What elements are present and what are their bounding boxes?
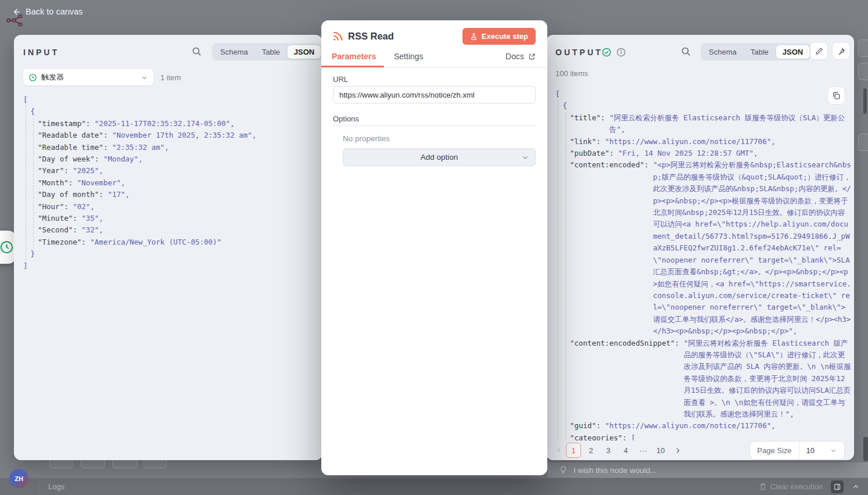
input-source-label: 触发器: [41, 72, 137, 82]
page-button-10[interactable]: 10: [653, 443, 668, 458]
json-row: {: [23, 106, 317, 117]
output-items-count: 100 items: [555, 69, 588, 78]
output-view-tabs: Schema Table JSON: [701, 43, 811, 60]
chevron-up-icon[interactable]: [852, 483, 860, 491]
input-json-view: [{"timestamp": "2025-11-17T02:35:32.174-…: [23, 94, 317, 454]
indent-guide: [33, 118, 34, 249]
json-row: "Readable time": "2:35:32 am",: [23, 142, 317, 153]
page-button-4[interactable]: 4: [618, 443, 633, 458]
node-title: RSS Read: [348, 31, 394, 42]
previous-page-button[interactable]: [555, 447, 562, 454]
modal-header: RSS Read Execute step: [321, 20, 547, 52]
json-row: "Minute": "35",: [23, 213, 317, 224]
json-row: "Readable date": "November 17th 2025, 2:…: [23, 130, 317, 141]
edit-output-button[interactable]: [810, 42, 828, 60]
copy-icon: [832, 91, 841, 100]
divider: [38, 478, 39, 495]
chevron-down-icon: [141, 74, 148, 81]
page-button-···[interactable]: ···: [636, 443, 651, 458]
indent-guide: [565, 112, 566, 440]
flask-icon: [470, 33, 478, 41]
search-icon[interactable]: [681, 46, 691, 56]
feedback-placeholder: I wish this node would...: [573, 466, 657, 475]
chevron-right-icon: [674, 447, 682, 454]
json-row: [: [23, 94, 317, 106]
copy-output-button[interactable]: [827, 87, 845, 105]
json-row: "pubDate": "Fri, 14 Nov 2025 12:28:57 GM…: [555, 148, 852, 159]
canvas-button-outline: [858, 134, 868, 151]
pencil-icon: [815, 47, 823, 55]
chevron-down-icon: [521, 153, 529, 162]
options-section-label: Options: [333, 114, 359, 123]
tab-json[interactable]: JSON: [776, 45, 809, 59]
next-page-button[interactable]: [674, 447, 682, 454]
url-input[interactable]: [333, 86, 536, 103]
canvas-button-outline: [858, 63, 868, 80]
tab-schema[interactable]: Schema: [214, 45, 254, 59]
divider: [321, 67, 547, 68]
page-button-1[interactable]: 1: [566, 443, 581, 458]
input-items-count: 1 item: [160, 73, 181, 82]
clock-icon: [0, 239, 15, 255]
page-size-control: Page Size 10: [749, 441, 845, 460]
json-row: "title": "阿里云检索分析服务 Elasticsearch 版服务等级协…: [555, 112, 852, 136]
logs-label[interactable]: Logs: [48, 482, 64, 491]
json-row: "Day of week": "Monday",: [23, 153, 317, 165]
json-row: "guid": "https://www.aliyun.com/notice/1…: [555, 420, 852, 432]
json-row: {: [555, 100, 852, 112]
back-to-canvas-button[interactable]: Back to canvas: [12, 7, 83, 16]
user-avatar[interactable]: ZH: [9, 469, 28, 488]
pagination: 1234···10 Page Size 10: [555, 440, 845, 460]
divider: [333, 125, 536, 126]
feedback-bar[interactable]: I wish this node would...: [547, 462, 868, 478]
canvas-scrollbar-thumb[interactable]: [863, 437, 868, 461]
tab-table[interactable]: Table: [256, 45, 286, 59]
page-button-2[interactable]: 2: [583, 443, 598, 458]
tab-table[interactable]: Table: [744, 45, 775, 59]
docs-link[interactable]: Docs: [505, 52, 536, 61]
panel-toggle-icon[interactable]: [831, 480, 844, 493]
clear-execution-button[interactable]: Clear execution: [759, 482, 823, 491]
url-field-label: URL: [333, 75, 348, 84]
json-row: "link": "https://www.aliyun.com/notice/1…: [555, 136, 852, 148]
json-row: }: [23, 248, 317, 260]
output-panel: OUTPUT Schema Table JSON 100 items [{"ti…: [546, 35, 854, 460]
json-row: "categories": [: [555, 432, 852, 440]
page-button-3[interactable]: 3: [601, 443, 616, 458]
search-icon[interactable]: [192, 46, 202, 56]
info-icon[interactable]: [616, 48, 626, 57]
indent-guide: [26, 106, 26, 260]
json-row: "content:encoded": "<p>阿里云将对检索分析服务&nbsp;…: [555, 159, 852, 337]
input-view-tabs: Schema Table JSON: [212, 43, 322, 60]
tab-json[interactable]: JSON: [288, 45, 321, 59]
back-arrow-icon: [12, 8, 20, 16]
pin-icon: [837, 47, 845, 55]
modal-tabs: Parameters Settings Docs: [321, 52, 547, 67]
input-source-select[interactable]: 触发器: [23, 69, 153, 85]
json-row: "Month": "November",: [23, 177, 317, 189]
external-link-icon: [528, 53, 536, 60]
success-check-icon: [602, 48, 611, 57]
trash-icon: [759, 482, 767, 491]
node-settings-modal: RSS Read Execute step Parameters Setting…: [321, 20, 547, 475]
canvas-scrollbar-thumb[interactable]: [863, 88, 867, 114]
logs-bar: Logs Clear execution: [0, 478, 868, 495]
canvas-button-outline: [858, 40, 868, 57]
execute-step-button[interactable]: Execute step: [462, 28, 536, 45]
tab-parameters[interactable]: Parameters: [332, 52, 376, 61]
output-panel-title: OUTPUT: [555, 48, 603, 57]
clock-icon: [28, 73, 37, 82]
indent-guide: [558, 100, 558, 440]
tab-schema[interactable]: Schema: [702, 45, 743, 59]
pin-data-button[interactable]: [832, 42, 850, 60]
add-option-select[interactable]: Add option: [343, 148, 536, 166]
page-size-select[interactable]: 10: [799, 442, 844, 459]
input-panel: INPUT Schema Table JSON 触发器 1 item [{"ti…: [14, 35, 322, 460]
lightbulb-icon: [559, 465, 568, 475]
json-row: "Timezone": "America/New_York (UTC-05:00…: [23, 236, 317, 248]
json-row: "Day of month": "17",: [23, 189, 317, 200]
json-row: "Second": "32",: [23, 224, 317, 236]
output-json-view: [{"title": "阿里云检索分析服务 Elasticsearch 版服务等…: [555, 88, 852, 440]
json-row: "content:encodedSnippet": "阿里云将对检索分析服务 E…: [555, 338, 852, 421]
tab-settings[interactable]: Settings: [394, 52, 424, 61]
